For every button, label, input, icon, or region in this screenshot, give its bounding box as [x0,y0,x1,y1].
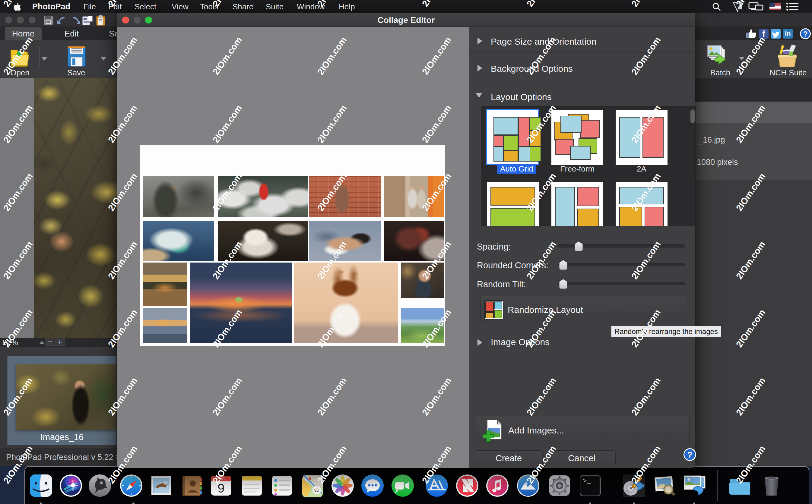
svg-text:>_: >_ [583,477,591,485]
svg-text:9: 9 [217,481,224,495]
svg-text:3D: 3D [314,488,319,493]
svg-text:AUG: AUG [217,477,225,481]
